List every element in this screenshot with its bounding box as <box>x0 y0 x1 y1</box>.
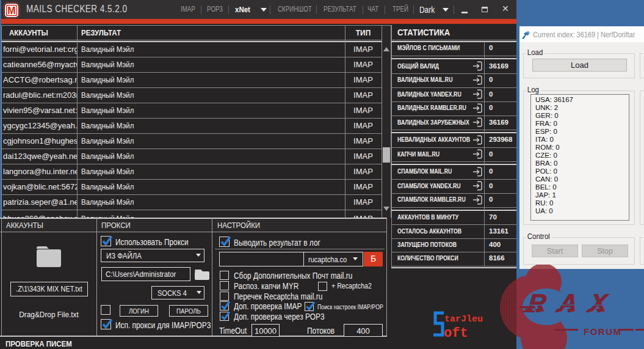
svg-text:FORUM: FORUM <box>584 326 622 337</box>
